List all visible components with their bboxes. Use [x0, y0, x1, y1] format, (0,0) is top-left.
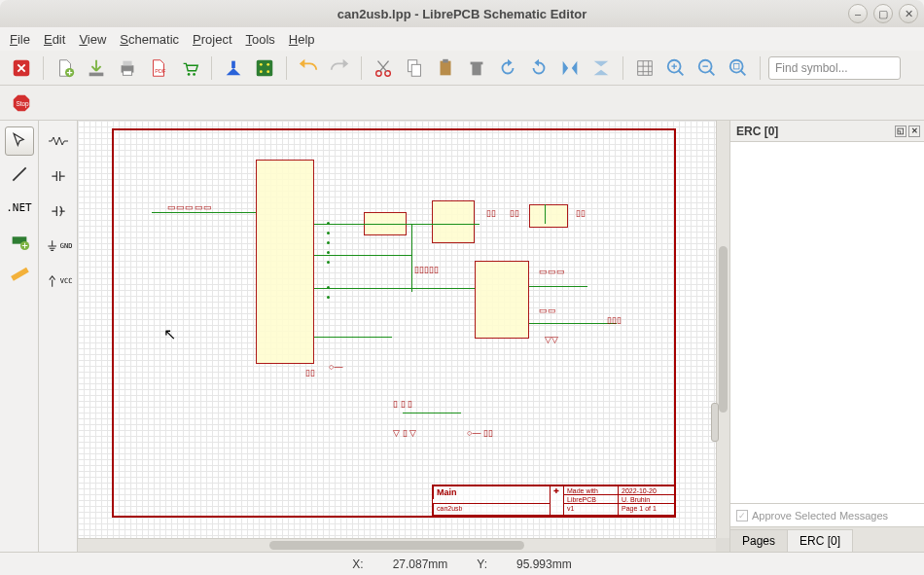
find-symbol-input[interactable]: Find symbol... — [768, 56, 901, 80]
component-c4[interactable]: ▯▯ — [576, 208, 586, 218]
tab-pages[interactable]: Pages — [730, 529, 788, 552]
capacitor-button[interactable] — [44, 162, 73, 191]
svg-rect-20 — [443, 58, 448, 62]
component-r4[interactable]: ▭▭ — [539, 305, 556, 315]
rotate-cw-button[interactable] — [525, 54, 552, 82]
canvas-scroll-horizontal[interactable] — [78, 538, 716, 552]
svg-rect-5 — [123, 70, 131, 75]
ic-u3[interactable] — [432, 200, 475, 243]
status-x-value: 27.087mm — [393, 557, 448, 571]
svg-rect-18 — [411, 64, 420, 76]
select-tool[interactable] — [5, 126, 34, 156]
component-g2[interactable]: ▽ ▯ ▽ — [393, 428, 416, 438]
svg-point-16 — [385, 70, 391, 76]
netlabel-tool[interactable]: .NET — [5, 193, 34, 222]
splitter-handle[interactable] — [711, 403, 719, 442]
window-titlebar: can2usb.lpp - LibrePCB Schematic Editor … — [0, 0, 924, 27]
copy-button[interactable] — [401, 54, 428, 82]
svg-point-25 — [730, 59, 743, 72]
mirror-h-button[interactable] — [556, 54, 584, 82]
grid-button[interactable] — [631, 54, 658, 82]
main-toolbar: PDF Find symbol... — [0, 51, 924, 86]
ic-u4[interactable] — [529, 204, 568, 228]
svg-point-8 — [193, 73, 195, 76]
save-button[interactable] — [83, 54, 110, 82]
print-button[interactable] — [114, 54, 141, 82]
undo-button[interactable] — [295, 54, 322, 82]
measure-tool[interactable] — [5, 259, 34, 288]
mirror-v-button[interactable] — [587, 54, 615, 82]
menu-edit[interactable]: Edit — [44, 32, 65, 47]
tab-erc[interactable]: ERC [0] — [788, 529, 853, 552]
resistor-button[interactable] — [44, 126, 73, 156]
svg-rect-4 — [123, 60, 131, 65]
ic-u5[interactable] — [475, 261, 529, 339]
svg-point-7 — [188, 73, 191, 76]
capacitor-pol-button[interactable] — [44, 197, 73, 226]
order-pcb-button[interactable] — [176, 54, 203, 82]
menu-help[interactable]: Help — [289, 32, 315, 47]
status-y-label: Y: — [477, 557, 487, 571]
panel-float-button[interactable]: ◱ — [895, 126, 906, 137]
canvas-scroll-vertical[interactable] — [716, 121, 729, 538]
component-g1[interactable]: ▯ ▯ ▯ — [393, 399, 412, 409]
schematic-canvas[interactable]: ▭▭▭ ▭▭ ▯▯▯▯▯ ▯▯ ▯▯ ▯▯ ▭▭▭ ▭▭ ▽▽ ▯▯▯ ▯▯ ○… — [78, 121, 716, 538]
minimize-button[interactable]: – — [848, 4, 868, 23]
component-c1[interactable]: ▯▯▯▯▯ — [414, 265, 439, 274]
title-block: Main ✚ Made with LibrePCB 2022-10-20 U. … — [432, 485, 675, 516]
export-pdf-button[interactable]: PDF — [145, 54, 172, 82]
control-panel-button[interactable] — [220, 54, 247, 82]
paste-button[interactable] — [432, 54, 459, 82]
vcc-button[interactable]: VCC — [44, 267, 73, 296]
component-g3[interactable]: ○— ▯▯ — [467, 428, 493, 438]
svg-rect-10 — [257, 59, 273, 76]
component-j1[interactable]: ▯▯▯ — [607, 315, 622, 325]
component-r3[interactable]: ▭▭▭ — [539, 267, 565, 276]
zoom-in-button[interactable] — [662, 54, 690, 82]
component-sw1[interactable]: ○— — [329, 362, 342, 372]
svg-point-15 — [376, 70, 382, 76]
new-button[interactable] — [52, 54, 79, 82]
status-x-label: X: — [352, 557, 363, 571]
zoom-out-button[interactable] — [693, 54, 721, 82]
svg-rect-26 — [733, 63, 739, 69]
erc-approve-row: ✓ Approve Selected Messages — [730, 503, 924, 526]
component-r2[interactable]: ▭▭ — [195, 202, 212, 212]
delete-button[interactable] — [463, 54, 490, 82]
component-c3[interactable]: ▯▯ — [510, 208, 519, 218]
board-editor-button[interactable] — [251, 54, 278, 82]
menu-project[interactable]: Project — [193, 32, 231, 47]
menu-view[interactable]: View — [79, 32, 106, 47]
component-r5[interactable]: ▯▯ — [305, 368, 315, 377]
secondary-toolbar: Stop — [0, 86, 924, 121]
menu-file[interactable]: File — [10, 32, 30, 47]
add-component-tool[interactable] — [5, 226, 34, 255]
right-panel: ERC [0] ◱ ✕ ✓ Approve Selected Messages … — [729, 121, 924, 552]
component-c2[interactable]: ▯▯ — [486, 208, 496, 218]
svg-rect-21 — [472, 63, 480, 75]
menu-schematic[interactable]: Schematic — [120, 32, 179, 47]
panel-close-button[interactable]: ✕ — [908, 126, 920, 137]
wire-tool[interactable] — [5, 160, 34, 189]
rotate-ccw-button[interactable] — [494, 54, 521, 82]
svg-rect-32 — [11, 268, 29, 281]
cut-button[interactable] — [370, 54, 397, 82]
window-title: can2usb.lpp - LibrePCB Schematic Editor — [338, 7, 586, 21]
ic-main[interactable] — [256, 160, 314, 364]
svg-point-13 — [260, 70, 263, 73]
maximize-button[interactable]: ▢ — [873, 4, 893, 23]
menu-tools[interactable]: Tools — [246, 32, 275, 47]
erc-panel-header: ERC [0] ◱ ✕ — [730, 121, 924, 142]
erc-approve-checkbox[interactable]: ✓ — [736, 510, 748, 521]
redo-button[interactable] — [326, 54, 353, 82]
close-button[interactable]: ✕ — [899, 4, 918, 23]
zoom-fit-button[interactable] — [725, 54, 752, 82]
close-project-button[interactable] — [8, 54, 35, 82]
component-d1[interactable]: ▽▽ — [545, 335, 558, 344]
erc-panel-title: ERC [0] — [736, 125, 778, 138]
svg-rect-22 — [471, 61, 483, 64]
erc-message-list[interactable] — [730, 142, 924, 503]
gnd-button[interactable]: GND — [44, 232, 73, 261]
abort-button[interactable]: Stop — [8, 90, 35, 117]
component-r1[interactable]: ▭▭▭ — [167, 202, 194, 212]
